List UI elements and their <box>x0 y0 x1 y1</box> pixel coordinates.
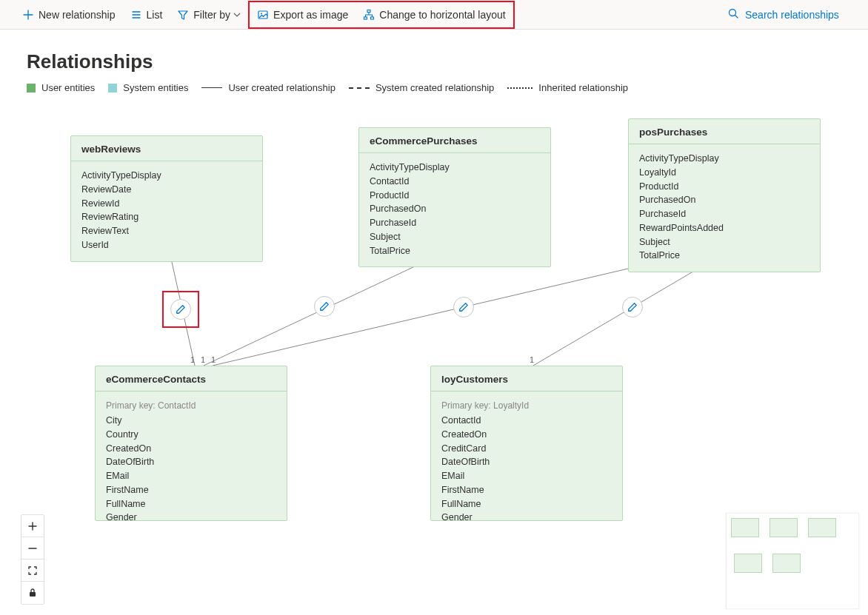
field: PurchasedOn <box>639 193 809 207</box>
mult-one: 1 <box>211 355 216 364</box>
field: TotalPrice <box>370 244 540 258</box>
entity-title: loyCustomers <box>431 366 622 391</box>
layout-icon <box>363 9 375 21</box>
field: CreatedOn <box>106 442 276 456</box>
field: ActivityTypeDisplay <box>370 161 540 175</box>
entity-fields: ActivityTypeDisplay ReviewDate ReviewId … <box>71 161 262 261</box>
entity-fields: ActivityTypeDisplay LoyaltyId ProductId … <box>629 144 820 272</box>
field: DateOfBirth <box>106 455 276 469</box>
field: Subject <box>370 230 540 244</box>
edit-relationship-button[interactable] <box>453 297 474 317</box>
list-icon <box>130 9 142 21</box>
field: PurchaseId <box>639 207 809 221</box>
legend-system-entities: System entities <box>108 82 188 93</box>
legend-user-entities-label: User entities <box>41 82 95 93</box>
edit-relationship-button[interactable] <box>622 297 643 317</box>
field: RewardPointsAdded <box>639 221 809 235</box>
legend-system-rel-label: System created relationship <box>375 82 494 93</box>
export-image-button[interactable]: Export as image <box>250 0 355 30</box>
page-title: Relationships <box>27 50 841 73</box>
legend-system-entities-label: System entities <box>123 82 188 93</box>
field: FirstName <box>106 483 276 497</box>
search-icon <box>727 7 739 21</box>
legend-user-rel-label: User created relationship <box>228 82 335 93</box>
field: ReviewDate <box>81 183 252 197</box>
svg-point-1 <box>261 13 262 14</box>
minimap[interactable] <box>726 513 859 609</box>
lock-button[interactable] <box>21 582 44 604</box>
edit-relationship-button[interactable] <box>314 296 335 317</box>
edit-relationship-button[interactable] <box>170 299 191 320</box>
field: PurchaseId <box>370 216 540 230</box>
entity-ecommercecontacts[interactable]: eCommerceContacts Primary key: ContactId… <box>95 366 287 521</box>
field: Gender <box>441 511 612 521</box>
pk-label: Primary key: <box>106 400 156 411</box>
list-label: List <box>147 9 163 21</box>
svg-rect-2 <box>367 10 370 12</box>
dashed-line-icon <box>349 87 370 89</box>
change-layout-label: Change to horizontal layout <box>379 9 505 21</box>
pk-value: ContactId <box>158 400 196 411</box>
minimap-entity <box>731 518 759 537</box>
pk-value: LoyaltyId <box>493 400 529 411</box>
field: ReviewId <box>81 197 252 211</box>
field: EMail <box>106 469 276 483</box>
field: ReviewRating <box>81 210 252 224</box>
field: UserId <box>81 238 252 252</box>
field: TotalPrice <box>639 249 809 263</box>
filter-button[interactable]: Filter by <box>170 0 248 30</box>
zoom-in-button[interactable] <box>21 515 44 537</box>
field: Subject <box>639 235 809 249</box>
page-header: Relationships User entities System entit… <box>0 30 868 93</box>
legend-user-entities: User entities <box>27 82 95 93</box>
list-button[interactable]: List <box>123 0 170 30</box>
primary-key: Primary key: ContactId <box>106 399 276 412</box>
minimap-entity <box>772 554 801 573</box>
new-relationship-label: New relationship <box>39 9 116 21</box>
highlighted-toolbar-group: Export as image Change to horizontal lay… <box>248 1 515 29</box>
minimap-entity <box>769 518 798 537</box>
svg-rect-3 <box>364 17 367 19</box>
entity-pospurchases[interactable]: posPurchases ActivityTypeDisplay Loyalty… <box>628 118 821 272</box>
solid-line-icon <box>201 87 222 88</box>
fit-screen-button[interactable] <box>21 559 44 582</box>
dotted-line-icon <box>507 87 533 89</box>
field: DateOfBirth <box>441 455 612 469</box>
entity-fields: ActivityTypeDisplay ContactId ProductId … <box>359 153 550 266</box>
field: FirstName <box>441 483 612 497</box>
field: ReviewText <box>81 224 252 238</box>
search-area[interactable] <box>720 7 862 21</box>
entity-fields: Primary key: ContactId City Country Crea… <box>96 391 287 521</box>
entity-fields: Primary key: LoyaltyId ContactId Created… <box>431 391 622 521</box>
new-relationship-button[interactable]: New relationship <box>15 0 123 30</box>
zoom-out-button[interactable] <box>21 537 44 559</box>
entity-title: webReviews <box>71 136 262 161</box>
entity-title: eCommerceContacts <box>96 366 287 391</box>
field: CreditCard <box>441 442 612 456</box>
legend-inherited-rel: Inherited relationship <box>507 82 628 93</box>
mult-one: 1 <box>530 355 534 364</box>
entity-title: posPurchases <box>629 119 820 144</box>
zoom-controls <box>21 514 44 605</box>
entity-webreviews[interactable]: webReviews ActivityTypeDisplay ReviewDat… <box>70 135 263 262</box>
change-layout-button[interactable]: Change to horizontal layout <box>355 0 513 30</box>
entity-loycustomers[interactable]: loyCustomers Primary key: LoyaltyId Cont… <box>430 366 623 521</box>
search-input[interactable] <box>744 8 855 21</box>
pk-label: Primary key: <box>441 400 491 411</box>
entity-ecommercepurchases[interactable]: eCommercePurchases ActivityTypeDisplay C… <box>358 127 551 267</box>
field: ProductId <box>370 189 540 203</box>
minimap-row <box>731 518 854 537</box>
field: EMail <box>441 469 612 483</box>
svg-rect-10 <box>30 592 36 596</box>
mult-one: 1 <box>190 355 195 364</box>
field: ContactId <box>441 414 612 428</box>
minimap-entity <box>808 518 836 537</box>
mult-one: 1 <box>201 355 205 364</box>
field: Country <box>106 428 276 442</box>
user-entity-swatch <box>27 84 36 93</box>
field: Gender <box>106 511 276 521</box>
filter-icon <box>177 9 189 21</box>
system-entity-swatch <box>108 84 117 93</box>
filter-label: Filter by <box>193 9 230 21</box>
plus-icon <box>22 9 34 21</box>
